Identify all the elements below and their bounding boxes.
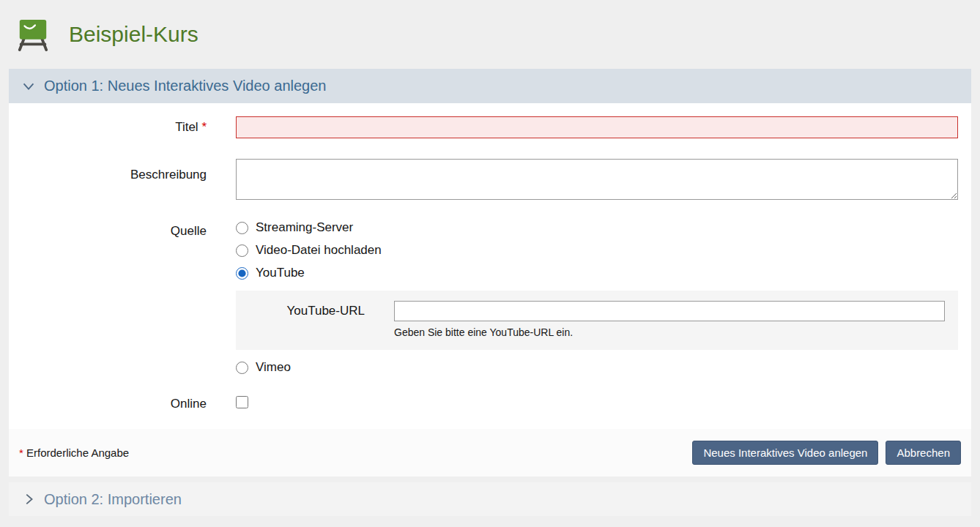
- beschreibung-label: Beschreibung: [9, 159, 236, 182]
- required-note: * Erforderliche Angabe: [19, 446, 129, 459]
- radio-youtube[interactable]: YouTube: [236, 266, 958, 280]
- chevron-right-icon: [21, 491, 37, 507]
- online-checkbox[interactable]: [236, 396, 248, 408]
- course-blackboard-icon: [16, 18, 50, 51]
- radio-youtube-input[interactable]: [236, 267, 248, 280]
- page-title: Beispiel-Kurs: [69, 22, 198, 47]
- radio-streaming-server-label: Streaming-Server: [256, 220, 353, 235]
- required-note-text: Erforderliche Angabe: [26, 446, 129, 459]
- radio-video-datei-label: Video-Datei hochladen: [256, 243, 382, 258]
- online-row: Online: [9, 396, 971, 411]
- online-label: Online: [9, 397, 236, 411]
- titel-label-text: Titel: [175, 120, 198, 134]
- radio-youtube-label: YouTube: [256, 266, 305, 280]
- youtube-url-input[interactable]: [394, 301, 945, 321]
- radio-streaming-server-input[interactable]: [236, 222, 248, 234]
- footer-buttons: Neues Interaktives Video anlegen Abbrech…: [685, 441, 961, 465]
- page-header: Beispiel-Kurs: [0, 0, 980, 69]
- option1-panel: Option 1: Neues Interaktives Video anleg…: [9, 69, 971, 476]
- submit-button[interactable]: Neues Interaktives Video anlegen: [692, 441, 878, 465]
- content-area: Option 1: Neues Interaktives Video anleg…: [9, 69, 971, 516]
- option2-header[interactable]: Option 2: Importieren: [9, 482, 971, 516]
- radio-vimeo-input[interactable]: [236, 362, 248, 374]
- quelle-row: Quelle Streaming-Server Video-Datei hoch…: [9, 220, 971, 383]
- option2-title: Option 2: Importieren: [44, 491, 182, 508]
- video-form: Titel * Beschreibung Quelle: [9, 103, 971, 429]
- youtube-url-hint: Geben Sie bitte eine YouTube-URL ein.: [394, 326, 945, 338]
- form-footer: * Erforderliche Angabe Neues Interaktive…: [9, 429, 971, 476]
- titel-label: Titel *: [9, 120, 236, 135]
- cancel-button[interactable]: Abbrechen: [886, 441, 961, 465]
- radio-streaming-server[interactable]: Streaming-Server: [236, 220, 958, 235]
- titel-row: Titel *: [9, 116, 971, 138]
- radio-video-datei[interactable]: Video-Datei hochladen: [236, 243, 958, 258]
- radio-vimeo-label: Vimeo: [256, 360, 291, 375]
- option1-title: Option 1: Neues Interaktives Video anleg…: [44, 78, 326, 94]
- youtube-subpanel: YouTube-URL Geben Sie bitte eine YouTube…: [236, 291, 958, 350]
- option1-header[interactable]: Option 1: Neues Interaktives Video anleg…: [9, 69, 971, 103]
- chevron-down-icon: [21, 78, 37, 94]
- titel-input[interactable]: [236, 116, 958, 138]
- youtube-url-label: YouTube-URL: [236, 301, 394, 338]
- quelle-label: Quelle: [9, 220, 236, 239]
- radio-video-datei-input[interactable]: [236, 244, 248, 257]
- beschreibung-textarea[interactable]: [236, 159, 958, 200]
- radio-vimeo[interactable]: Vimeo: [236, 360, 958, 375]
- quelle-options: Streaming-Server Video-Datei hochladen Y…: [236, 220, 958, 383]
- required-asterisk: *: [201, 120, 207, 134]
- required-note-asterisk: *: [19, 446, 23, 459]
- beschreibung-row: Beschreibung: [9, 159, 971, 203]
